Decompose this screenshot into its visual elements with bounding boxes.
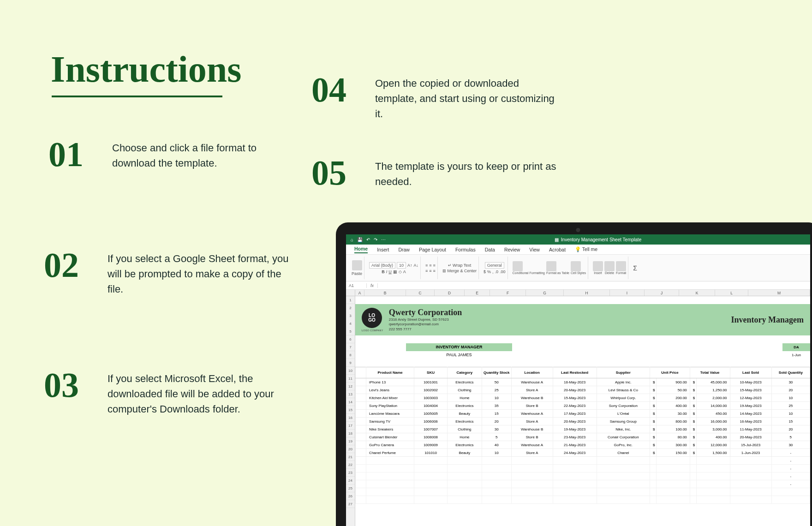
row-numbers: 1 2345 67891011 121314151617 18192021222… <box>346 296 355 526</box>
tab-insert[interactable]: Insert <box>377 247 389 252</box>
table-row: Levi's Jeans1002002Clothing25Store A20-M… <box>356 386 810 394</box>
table-header-row: Product Name SKU Category Quantity Stock… <box>356 367 810 378</box>
align-top-icon[interactable]: ≡ <box>425 263 428 268</box>
table-row: - <box>356 472 810 480</box>
step-text: The template is yours to keep or print a… <box>375 157 560 189</box>
tab-data[interactable]: Data <box>485 247 495 252</box>
title-underline <box>52 96 222 97</box>
tab-tell-me[interactable]: 💡 Tell me <box>575 246 597 252</box>
fill-icon[interactable]: ◇ <box>399 269 402 274</box>
table-row: Samsung TV1006006Electronics20Store A20-… <box>356 418 810 425</box>
font-name-select[interactable]: Arial (Body) <box>369 262 395 269</box>
col-g[interactable]: G <box>526 290 564 296</box>
table-row: Cuisinart Blender1008008Home5Store B23-M… <box>356 433 810 441</box>
border-icon[interactable]: ▦ <box>393 269 397 274</box>
col-h[interactable]: H <box>564 290 610 296</box>
col-b[interactable]: B <box>364 290 406 296</box>
th-lastsold: Last Sold <box>730 367 771 378</box>
wrap-text-button[interactable]: ↵ Wrap Text <box>448 263 472 268</box>
align-mid-icon[interactable]: ≡ <box>429 263 431 268</box>
number-format-select[interactable]: General <box>485 262 504 269</box>
col-f[interactable]: F <box>490 290 526 296</box>
dec-decimal-icon[interactable]: .00 <box>500 269 506 274</box>
col-k[interactable]: K <box>679 290 715 296</box>
th-soldqty: Sold Quantity <box>771 367 810 378</box>
cell-styles-icon[interactable] <box>571 261 581 271</box>
col-l[interactable]: L <box>715 290 748 296</box>
bold-button[interactable]: B <box>382 269 385 274</box>
company-phone: 222 555 7777 <box>389 327 726 332</box>
table-row <box>356 496 810 504</box>
align-left-icon[interactable]: ≡ <box>425 269 428 273</box>
page-title: Instructions <box>51 48 241 90</box>
font-size-select[interactable]: 10 <box>397 262 406 269</box>
merge-button[interactable]: ⊞ Merge & Center <box>442 269 477 273</box>
th-total: Total Value <box>690 367 730 378</box>
align-bot-icon[interactable]: ≡ <box>433 263 436 268</box>
font-group: Arial (Body) 10 A↑ A↓ B I U ▦ ◇ A <box>367 257 421 279</box>
manager-label-row: INVENTORY MANAGER DA <box>355 343 810 351</box>
tab-review[interactable]: Review <box>504 247 520 252</box>
cond-fmt-icon[interactable] <box>513 261 523 271</box>
inventory-table: Product Name SKU Category Quantity Stock… <box>355 367 810 504</box>
table-row: GoPro Camera1009009Electronics40Warehous… <box>356 441 810 449</box>
col-i[interactable]: I <box>610 290 645 296</box>
name-box[interactable]: A1 <box>346 283 367 288</box>
step-number: 04 <box>311 74 362 105</box>
step-text: Choose and click a file format to downlo… <box>112 138 297 171</box>
step-text: Open the copied or downloaded template, … <box>375 74 560 121</box>
cells-group: Insert Delete Format <box>591 257 628 279</box>
table-row: Sony PlayStation1004004Electronics35Stor… <box>356 402 810 410</box>
inc-font-icon[interactable]: A↑ <box>407 263 412 268</box>
manager-name: PAUL JAMES <box>406 351 512 359</box>
insert-cell-icon[interactable] <box>593 261 603 271</box>
date-label: DA <box>782 343 810 351</box>
step-text: If you select Microsoft Excel, the downl… <box>107 369 292 417</box>
align-group: ≡ ≡ ≡ ≡ ≡ ≡ <box>424 257 438 279</box>
col-j[interactable]: J <box>645 290 679 296</box>
tab-home[interactable]: Home <box>354 246 368 253</box>
more-icon: ⋯ <box>381 237 386 242</box>
align-right-icon[interactable]: ≡ <box>433 269 436 273</box>
ribbon-toolbar: Paste Arial (Body) 10 A↑ A↓ B I U ▦ ◇ A <box>346 255 810 281</box>
tab-view[interactable]: View <box>529 247 540 252</box>
col-m[interactable]: M <box>748 290 810 296</box>
col-d[interactable]: D <box>435 290 465 296</box>
delete-cell-icon[interactable] <box>604 261 615 271</box>
company-name: Qwerty Corporation <box>389 308 726 317</box>
instruction-step-03: 03 If you select Microsoft Excel, the do… <box>44 369 292 417</box>
styles-group: Conditional Formatting Format as Table C… <box>511 257 589 279</box>
excel-doc-icon: ▦ <box>555 237 559 242</box>
tab-acrobat[interactable]: Acrobat <box>549 247 566 252</box>
manager-label: INVENTORY MANAGER <box>406 343 512 351</box>
format-cell-icon[interactable] <box>616 261 626 271</box>
tab-draw[interactable]: Draw <box>398 247 410 252</box>
percent-icon[interactable]: % <box>487 269 491 274</box>
undo-icon: ↶ <box>366 237 370 242</box>
comma-icon[interactable]: , <box>492 269 494 274</box>
font-color-icon[interactable]: A <box>403 269 406 274</box>
paste-group: Paste <box>350 257 364 279</box>
inc-decimal-icon[interactable]: .0 <box>495 269 498 274</box>
company-header: LO GO LOGO COMPANY Qwerty Corporation 23… <box>355 304 810 335</box>
underline-button[interactable]: U <box>388 269 392 274</box>
align-center-icon[interactable]: ≡ <box>429 269 431 273</box>
home-icon: ⌂ <box>351 237 353 242</box>
th-restocked: Last Restocked <box>553 367 597 378</box>
fmt-table-icon[interactable] <box>546 261 556 271</box>
sum-group: Σ <box>631 257 639 279</box>
th-location: Location <box>511 367 553 378</box>
col-c[interactable]: C <box>406 290 435 296</box>
tab-page-layout[interactable]: Page Layout <box>419 247 446 252</box>
currency-icon[interactable]: $ <box>484 269 486 274</box>
italic-button[interactable]: I <box>386 269 388 274</box>
th-product: Product Name <box>366 367 414 378</box>
excel-window: ⌂ 💾 ↶ ↷ ⋯ ▦ Inventory Management Sheet T… <box>346 234 810 526</box>
dec-font-icon[interactable]: A↓ <box>414 263 419 268</box>
col-e[interactable]: E <box>465 290 490 296</box>
tab-formulas[interactable]: Formulas <box>455 247 476 252</box>
col-a[interactable]: A <box>355 290 364 296</box>
step-text: If you select a Google Sheet format, you… <box>107 249 292 297</box>
paste-icon[interactable] <box>352 260 362 270</box>
autosum-icon[interactable]: Σ <box>633 264 637 272</box>
